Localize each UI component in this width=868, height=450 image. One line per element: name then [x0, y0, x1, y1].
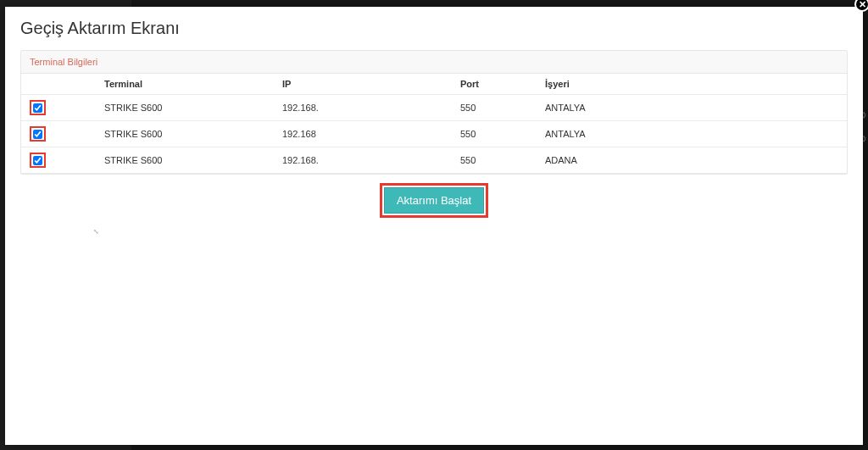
cell-ip: 192.168	[275, 121, 453, 147]
cell-port: 550	[453, 121, 538, 147]
checkbox-highlight	[30, 100, 46, 115]
table-row: STRIKE S600192.168.550ADANA	[21, 147, 847, 174]
cell-terminal: STRIKE S600	[97, 95, 275, 121]
cell-isyeri: ANTALYA	[538, 121, 847, 147]
start-transfer-button[interactable]: Aktarımı Başlat	[384, 187, 484, 214]
terminal-info-panel: Terminal Bilgileri Terminal IP Port İşye…	[20, 50, 848, 175]
panel-title: Terminal Bilgileri	[21, 51, 847, 74]
cell-isyeri: ANTALYA	[538, 95, 847, 121]
checkbox-highlight	[30, 126, 46, 142]
table-row: STRIKE S600192.168550ANTALYA	[21, 121, 847, 147]
row-select-checkbox[interactable]	[33, 130, 42, 139]
cell-terminal: STRIKE S600	[97, 121, 275, 147]
cell-isyeri: ADANA	[538, 147, 847, 174]
cell-port: 550	[453, 147, 538, 174]
row-select-checkbox[interactable]	[33, 103, 42, 113]
terminal-table: Terminal IP Port İşyeri STRIKE S600192.1…	[21, 74, 847, 174]
modal-title: Geçiş Aktarım Ekranı	[20, 19, 848, 38]
close-button[interactable]: ✕	[854, 0, 868, 12]
cell-port: 550	[453, 95, 538, 121]
column-header-select	[21, 74, 97, 95]
cell-terminal: STRIKE S600	[97, 147, 275, 174]
start-button-highlight: Aktarımı Başlat	[380, 183, 488, 218]
resize-handle-icon: ⤡	[93, 228, 99, 236]
column-header-isyeri: İşyeri	[538, 74, 847, 95]
action-row: Aktarımı Başlat	[20, 175, 848, 221]
column-header-port: Port	[453, 74, 538, 95]
checkbox-highlight	[30, 153, 46, 168]
column-header-ip: IP	[275, 74, 453, 95]
close-icon: ✕	[859, 0, 866, 9]
table-row: STRIKE S600192.168.550ANTALYA	[21, 95, 847, 121]
cell-ip: 192.168.	[275, 147, 453, 174]
cell-ip: 192.168.	[275, 95, 453, 121]
column-header-terminal: Terminal	[97, 74, 275, 95]
row-select-checkbox[interactable]	[33, 156, 42, 165]
transfer-modal: Geçiş Aktarım Ekranı Terminal Bilgileri …	[5, 7, 863, 445]
